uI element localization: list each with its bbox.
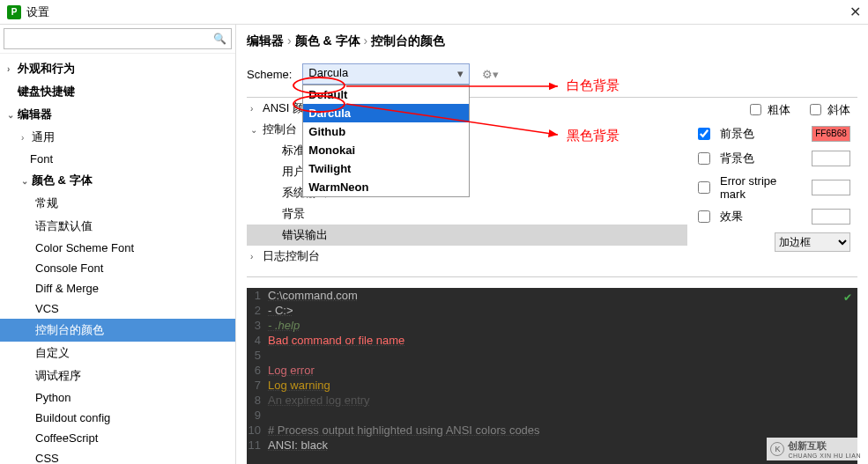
scheme-option-twilight[interactable]: Twilight: [303, 159, 469, 178]
search-input[interactable]: [4, 28, 232, 49]
sidebar-item-9[interactable]: Python: [0, 387, 235, 408]
sidebar-appearance[interactable]: ›外观和行为: [0, 57, 235, 80]
background-label: 背景色: [720, 151, 805, 166]
check-icon[interactable]: ✔: [843, 291, 852, 304]
stripe-checkbox[interactable]: [698, 181, 710, 194]
sidebar-item-8[interactable]: 调试程序: [0, 365, 235, 387]
background-checkbox[interactable]: [698, 152, 710, 165]
scheme-option-monokai[interactable]: Monokai: [303, 141, 469, 159]
sidebar-font[interactable]: Font: [0, 149, 235, 169]
window-title: 设置: [26, 4, 849, 20]
sidebar-item-11[interactable]: CoffeeScript: [0, 428, 235, 448]
sidebar-editor[interactable]: ⌄编辑器: [0, 103, 235, 126]
sidebar-item-5[interactable]: VCS: [0, 298, 235, 319]
sidebar-item-7[interactable]: 自定义: [0, 342, 235, 365]
background-swatch[interactable]: [812, 151, 850, 166]
sidebar-keymap[interactable]: 键盘快捷键: [0, 80, 235, 103]
foreground-label: 前景色: [720, 126, 805, 142]
scheme-option-default[interactable]: Default: [303, 85, 469, 104]
cat-log[interactable]: ›日志控制台: [247, 246, 687, 267]
foreground-swatch[interactable]: FF6B68: [812, 126, 850, 142]
effects-select[interactable]: 加边框: [775, 232, 850, 252]
close-icon[interactable]: ✕: [849, 4, 861, 20]
sidebar-item-10[interactable]: Buildout config: [0, 408, 235, 428]
gear-icon[interactable]: ⚙▾: [482, 68, 499, 81]
stripe-label: Error stripe mark: [720, 174, 805, 201]
sidebar: 🔍 ›外观和行为 键盘快捷键 ⌄编辑器 ›通用 Font ⌄颜色 & 字体 常规…: [0, 25, 236, 464]
stripe-swatch[interactable]: [812, 180, 850, 195]
sidebar-item-4[interactable]: Diff & Merge: [0, 278, 235, 298]
sidebar-item-console-colors[interactable]: 控制台的颜色: [0, 319, 235, 342]
scheme-option-github[interactable]: Github: [303, 122, 469, 141]
foreground-checkbox[interactable]: [698, 128, 710, 140]
sidebar-item-1[interactable]: 语言默认值: [0, 215, 235, 238]
effects-checkbox[interactable]: [698, 210, 710, 223]
sidebar-item-3[interactable]: Console Font: [0, 258, 235, 278]
bold-checkbox[interactable]: 粗体: [746, 101, 790, 118]
scheme-option-warmneon[interactable]: WarmNeon: [303, 178, 469, 196]
effects-swatch[interactable]: [812, 209, 850, 225]
sidebar-item-12[interactable]: CSS: [0, 448, 235, 464]
scheme-dropdown[interactable]: Darcula Default Darcula Github Monokai T…: [302, 63, 470, 85]
scheme-value[interactable]: Darcula: [302, 63, 470, 85]
watermark: K 创新互联 CHUANG XIN HU LIAN: [767, 438, 864, 460]
watermark-icon: K: [770, 442, 784, 456]
breadcrumb: 编辑器›颜色 & 字体›控制台的颜色: [236, 25, 868, 58]
options-panel: 粗体 斜体 前景色 FF6B68 背景色 Error stripe mark: [687, 98, 857, 276]
sidebar-general[interactable]: ›通用: [0, 126, 235, 149]
cat-bg[interactable]: 背景: [247, 203, 687, 225]
preview-panel: ✔ 1C:\command.com2- C:>3- .help4Bad comm…: [247, 288, 857, 464]
scheme-option-darcula[interactable]: Darcula: [303, 104, 469, 122]
scheme-options: Default Darcula Github Monokai Twilight …: [302, 85, 470, 197]
sidebar-tree: ›外观和行为 键盘快捷键 ⌄编辑器 ›通用 Font ⌄颜色 & 字体 常规 语…: [0, 54, 235, 464]
cat-err[interactable]: 错误输出: [247, 225, 687, 246]
sidebar-item-2[interactable]: Color Scheme Font: [0, 238, 235, 258]
sidebar-item-0[interactable]: 常规: [0, 192, 235, 215]
effects-label: 效果: [720, 209, 805, 225]
sidebar-colors-fonts[interactable]: ⌄颜色 & 字体: [0, 169, 235, 192]
app-icon: P: [7, 5, 21, 19]
main-panel: 编辑器›颜色 & 字体›控制台的颜色 Scheme: Darcula Defau…: [236, 25, 868, 464]
scheme-label: Scheme:: [247, 68, 292, 81]
italic-checkbox[interactable]: 斜体: [806, 101, 850, 118]
